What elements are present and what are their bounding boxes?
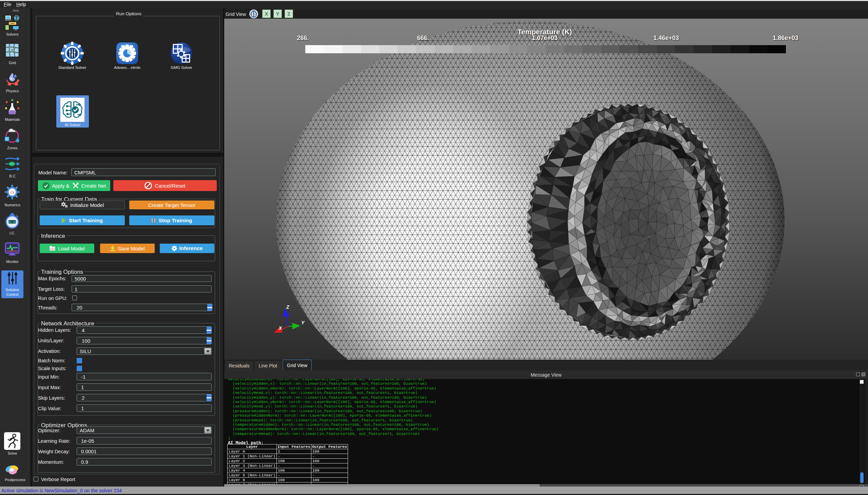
svg-text:X: X	[278, 325, 282, 331]
svg-text:√x: √x	[10, 190, 15, 195]
svg-text:Z: Z	[286, 304, 289, 310]
svg-text:Y: Y	[301, 320, 305, 325]
svg-text:00:00: 00:00	[7, 221, 17, 224]
